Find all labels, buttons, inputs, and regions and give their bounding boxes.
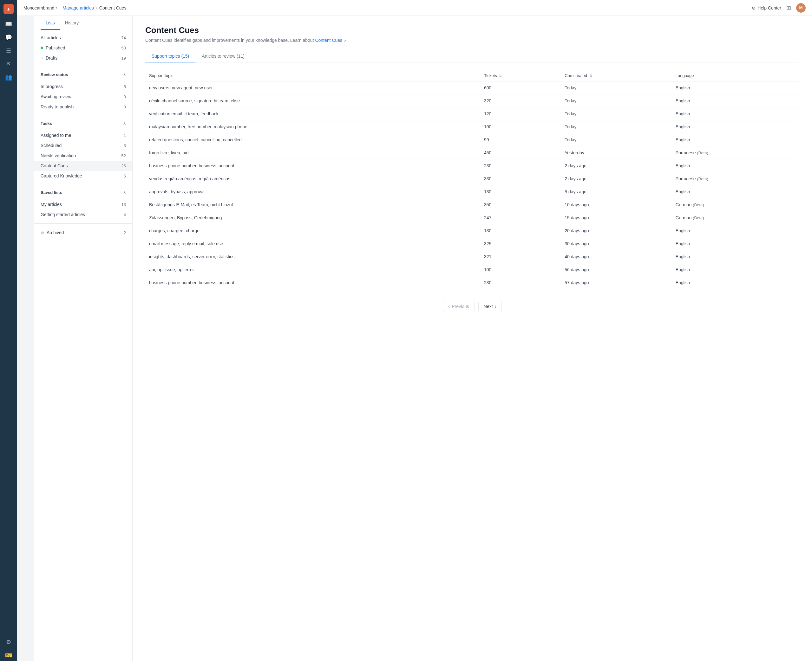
table-row[interactable]: charges, charged, charge 130 20 days ago… — [145, 224, 799, 237]
table-row[interactable]: forgo livre, livea, uid 450 Yesterday Po… — [145, 146, 799, 160]
breadcrumb: Manage articles › Content Cues — [62, 5, 126, 10]
content-cues-item[interactable]: Content Cues 26 — [34, 161, 132, 171]
cue-created-sort-icon: ⇅ — [589, 74, 592, 78]
next-arrow-icon: › — [495, 303, 496, 309]
cell-language-1: English — [672, 94, 799, 107]
brand-name: Monocambrand — [24, 5, 54, 10]
nav-icon-gear[interactable]: ⚙ — [3, 636, 14, 648]
nav-icon-people[interactable]: 👥 — [3, 72, 14, 83]
tab-support-topics[interactable]: Support topics (15) — [145, 50, 195, 62]
nav-icon-eye[interactable]: 👁 — [3, 58, 14, 70]
brand-menu[interactable]: Monocambrand ▾ — [24, 5, 58, 10]
help-center-button[interactable]: ⊙ Help Center — [752, 5, 781, 10]
archived-item[interactable]: ⊗ Archived 2 — [34, 228, 132, 238]
table-row[interactable]: verification email, it team, feedback 12… — [145, 107, 799, 120]
table-row[interactable]: malaysian number, free number, malaysian… — [145, 120, 799, 133]
cell-topic-14: api, api issue, api error — [145, 263, 480, 276]
next-button[interactable]: Next › — [478, 301, 502, 312]
previous-button[interactable]: ‹ Previous — [443, 301, 474, 312]
table-row[interactable]: new users, new agent, new user 600 Today… — [145, 81, 799, 94]
avatar[interactable]: M — [796, 3, 806, 13]
table-row[interactable]: related questions, cancel, cancelling, c… — [145, 133, 799, 146]
needs-verification-item[interactable]: Needs verification 52 — [34, 150, 132, 161]
ready-to-publish-item[interactable]: Ready to publish 0 — [34, 102, 132, 112]
tasks-chevron-icon[interactable]: ∧ — [123, 121, 126, 126]
cell-topic-15: business phone number, business, account — [145, 276, 480, 289]
published-item[interactable]: Published 53 — [34, 43, 132, 53]
cell-topic-1: cécile channel source, signature hi team… — [145, 94, 480, 107]
cell-tickets-14: 100 — [480, 263, 561, 276]
in-progress-item[interactable]: In progress 5 — [34, 81, 132, 92]
nav-icon-list[interactable]: ☰ — [3, 45, 14, 56]
cell-language-4: English — [672, 133, 799, 146]
cell-tickets-8: 130 — [480, 185, 561, 198]
cell-topic-3: malaysian number, free number, malaysian… — [145, 120, 480, 133]
cell-cue-created-13: 40 days ago — [561, 250, 672, 263]
cell-language-5: Portugese (Beta) — [672, 146, 799, 160]
tab-lists[interactable]: Lists — [41, 16, 60, 30]
left-panel-tabs: Lists History — [34, 16, 132, 30]
cell-topic-6: business phone number, business, account — [145, 160, 480, 172]
awaiting-review-item[interactable]: Awaiting review 0 — [34, 92, 132, 102]
cell-language-0: English — [672, 81, 799, 94]
table-row[interactable]: Zulassungen, Bypass, Genehmigung 247 15 … — [145, 211, 799, 224]
cell-language-8: English — [672, 185, 799, 198]
cell-cue-created-7: 2 days ago — [561, 172, 672, 185]
cell-topic-13: insights, dashboards, server error, stat… — [145, 250, 480, 263]
all-articles-count: 74 — [122, 35, 126, 40]
nav-icon-chat[interactable]: 💬 — [3, 32, 14, 43]
cell-topic-2: verification email, it team, feedback — [145, 107, 480, 120]
cell-cue-created-5: Yesterday — [561, 146, 672, 160]
col-tickets[interactable]: Tickets ⇅ — [480, 70, 561, 81]
cell-topic-0: new users, new agent, new user — [145, 81, 480, 94]
cell-language-3: English — [672, 120, 799, 133]
cell-topic-11: charges, charged, charge — [145, 224, 480, 237]
saved-lists-chevron-icon[interactable]: ∧ — [123, 190, 126, 195]
table-row[interactable]: approvals, bypass, approval 130 5 days a… — [145, 185, 799, 198]
cell-tickets-2: 120 — [480, 107, 561, 120]
my-articles-item[interactable]: My articles 13 — [34, 199, 132, 209]
published-count: 53 — [122, 46, 126, 50]
review-status-header: Review status ∧ — [34, 69, 132, 79]
tab-articles-to-review[interactable]: Articles to review (11) — [195, 50, 251, 62]
table-row[interactable]: business phone number, business, account… — [145, 276, 799, 289]
captured-knowledge-item[interactable]: Captured Knowledge 5 — [34, 171, 132, 181]
table-row[interactable]: vendas região américas, região américas … — [145, 172, 799, 185]
grid-icon[interactable]: ⊞ — [786, 5, 791, 11]
app-logo[interactable]: ▲ — [3, 4, 14, 14]
cell-tickets-1: 320 — [480, 94, 561, 107]
pagination: ‹ Previous Next › — [145, 297, 799, 312]
breadcrumb-manage-articles[interactable]: Manage articles — [62, 5, 94, 10]
table-row[interactable]: Bestätigungs-E-Mail, es Team, nicht hinz… — [145, 198, 799, 211]
cell-language-7: Portugese (Beta) — [672, 172, 799, 185]
archived-count: 2 — [124, 230, 126, 235]
nav-icon-ticket[interactable]: 🎫 — [3, 650, 14, 661]
table-row[interactable]: business phone number, business, account… — [145, 160, 799, 172]
navbar-right: ⊙ Help Center ⊞ M — [752, 3, 806, 13]
table-row[interactable]: insights, dashboards, server error, stat… — [145, 250, 799, 263]
saved-lists-header: Saved lists ∧ — [34, 186, 132, 197]
support-topics-table: Support topic Tickets ⇅ Cue created ⇅ La… — [145, 70, 799, 289]
all-articles-item[interactable]: All articles 74 — [34, 33, 132, 43]
table-row[interactable]: email message, reply e mail, sole use 32… — [145, 237, 799, 250]
all-articles-label: All articles — [41, 35, 61, 40]
nav-icon-book[interactable]: 📖 — [3, 18, 14, 30]
col-cue-created[interactable]: Cue created ⇅ — [561, 70, 672, 81]
tab-history[interactable]: History — [60, 16, 84, 30]
cell-cue-created-2: Today — [561, 107, 672, 120]
learn-more-link[interactable]: Content Cues ↗ — [315, 38, 346, 43]
table-row[interactable]: cécile channel source, signature hi team… — [145, 94, 799, 107]
drafts-count: 19 — [122, 56, 126, 61]
breadcrumb-content-cues: Content Cues — [99, 5, 127, 10]
cell-topic-12: email message, reply e mail, sole use — [145, 237, 480, 250]
table-row[interactable]: api, api issue, api error 100 56 days ag… — [145, 263, 799, 276]
cell-topic-10: Zulassungen, Bypass, Genehmigung — [145, 211, 480, 224]
scheduled-item[interactable]: Scheduled 3 — [34, 141, 132, 150]
cell-tickets-9: 350 — [480, 198, 561, 211]
right-content: Content Cues Content Cues identifies gap… — [133, 16, 812, 661]
assigned-to-me-item[interactable]: Assigned to me 1 — [34, 130, 132, 141]
review-status-chevron-icon[interactable]: ∧ — [123, 73, 126, 77]
drafts-item[interactable]: Drafts 19 — [34, 53, 132, 63]
cell-cue-created-14: 56 days ago — [561, 263, 672, 276]
getting-started-articles-item[interactable]: Getting started articles 4 — [34, 209, 132, 220]
